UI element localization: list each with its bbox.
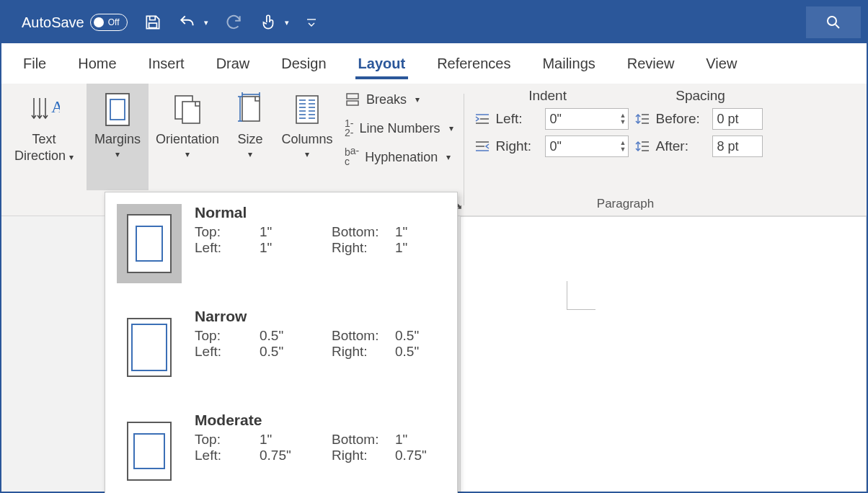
chevron-down-icon: ▾ [185,149,190,159]
line-numbers-button[interactable]: 1-2- Line Numbers▾ [345,117,453,140]
tab-layout[interactable]: Layout [342,43,422,84]
undo-icon[interactable] [178,13,197,32]
indent-left-label: Left: [496,111,539,127]
quick-access-toolbar: ▾ ▾ [143,13,318,32]
margin-preview-icon [117,308,182,387]
indent-header: Indent [528,88,567,104]
spacing-before-input[interactable]: 0 pt [712,108,763,130]
svg-rect-33 [347,101,358,105]
svg-line-3 [836,25,839,28]
margin-option-values: Left:0.5"Right:0.5" [195,344,446,360]
touch-mode-dropdown-icon[interactable]: ▾ [285,18,289,27]
margin-preview-icon [117,204,182,283]
svg-text:A: A [51,97,60,116]
paragraph-group-caption: Paragraph [467,197,784,211]
margin-option-values: Top:1"Bottom:1" [195,432,446,448]
indent-left-input[interactable]: 0" ▲▼ [545,108,629,130]
tab-view[interactable]: View [690,43,753,84]
save-icon[interactable] [143,13,162,32]
svg-rect-8 [106,94,129,125]
tab-home[interactable]: Home [62,43,132,84]
line-numbers-label: Line Numbers [359,121,440,136]
indent-left-value: 0" [550,112,562,127]
hyphenation-icon: ba-c [345,148,359,166]
margin-option-values: Top:1"Bottom:1" [195,224,446,240]
margin-option-values: Left:1"Right:1" [195,240,446,256]
spacing-before-value: 0 pt [717,112,739,127]
margins-button[interactable]: Margins ▾ [87,84,149,190]
margin-option-title: Normal [195,204,446,221]
margins-option-moderate[interactable]: ModerateTop:1"Bottom:1"Left:0.75"Right:0… [105,400,457,493]
indent-left-icon [474,112,490,126]
orientation-icon [170,91,205,128]
spinner-arrows[interactable]: ▲▼ [620,136,626,156]
tab-references[interactable]: References [421,43,526,84]
breaks-button[interactable]: Breaks▾ [345,88,453,111]
indent-right-label: Right: [496,138,539,154]
spacing-after-icon [634,139,650,154]
orientation-button[interactable]: Orientation ▾ [149,84,226,190]
size-icon [233,91,267,128]
tab-insert[interactable]: Insert [133,43,200,84]
svg-rect-11 [182,102,200,123]
tab-mailings[interactable]: Mailings [526,43,611,84]
toggle-knob [94,17,104,27]
tab-review[interactable]: Review [611,43,691,84]
spinner-arrows[interactable]: ▲▼ [620,109,626,129]
document-page[interactable] [460,216,867,493]
indent-right-input[interactable]: 0" ▲▼ [545,136,629,157]
spacing-header: Spacing [676,88,725,104]
margins-dropdown: NormalTop:1"Bottom:1"Left:1"Right:1"Narr… [105,192,458,493]
touch-mode-icon[interactable] [259,13,278,32]
tab-file[interactable]: File [7,43,62,84]
spacing-after-value: 8 pt [717,139,739,154]
autosave-toggle[interactable]: Off [90,14,128,31]
undo-dropdown-icon[interactable]: ▾ [204,18,208,27]
chevron-down-icon: ▾ [305,149,309,159]
spacing-after-label: After: [656,138,707,154]
columns-label: Columns [281,131,332,148]
margin-preview-icon [117,412,182,491]
margin-corner-mark [567,281,595,310]
hyphenation-button[interactable]: ba-c Hyphenation▾ [345,146,453,169]
indent-right-icon [474,139,490,154]
spacing-before-icon [634,112,650,126]
customize-qat-icon[interactable] [305,13,318,32]
autosave-state: Off [108,17,120,27]
columns-icon [290,91,324,128]
text-direction-label: Text Direction ▾ [14,131,74,164]
tab-draw[interactable]: Draw [200,43,266,84]
svg-rect-32 [347,94,358,99]
size-button[interactable]: Size ▾ [226,84,274,190]
breaks-icon [345,92,360,107]
columns-button[interactable]: Columns ▾ [274,84,340,190]
svg-rect-0 [149,23,156,28]
paragraph-group: Indent Spacing Left: 0" ▲▼ Before: 0 pt … [467,84,784,216]
margin-option-title: Narrow [195,308,446,325]
margin-option-values: Top:0.5"Bottom:0.5" [195,328,446,344]
margin-option-title: Moderate [195,412,446,429]
text-direction-button[interactable]: A Text Direction ▾ [1,84,87,190]
margins-icon [100,91,135,128]
title-bar: AutoSave Off ▾ ▾ [1,1,867,43]
margins-option-normal[interactable]: NormalTop:1"Bottom:1"Left:1"Right:1" [105,192,457,296]
margins-label: Margins [94,131,141,148]
text-direction-icon: A [27,91,61,128]
margins-option-narrow[interactable]: NarrowTop:0.5"Bottom:0.5"Left:0.5"Right:… [105,296,457,400]
svg-point-2 [828,17,836,25]
chevron-down-icon: ▾ [115,149,120,159]
chevron-down-icon: ▾ [248,149,252,159]
search-icon [825,14,842,31]
spacing-after-input[interactable]: 8 pt [712,136,763,157]
svg-rect-12 [242,97,260,121]
search-button[interactable] [806,6,861,38]
redo-icon[interactable] [224,13,243,32]
ribbon-tabs: File Home Insert Draw Design Layout Refe… [1,43,867,84]
line-numbers-icon: 1-2- [345,119,353,137]
breaks-label: Breaks [366,92,407,107]
orientation-label: Orientation [156,131,219,148]
spacing-before-label: Before: [656,111,707,127]
indent-right-value: 0" [550,139,562,154]
autosave-label: AutoSave [22,14,84,31]
tab-design[interactable]: Design [265,43,342,84]
